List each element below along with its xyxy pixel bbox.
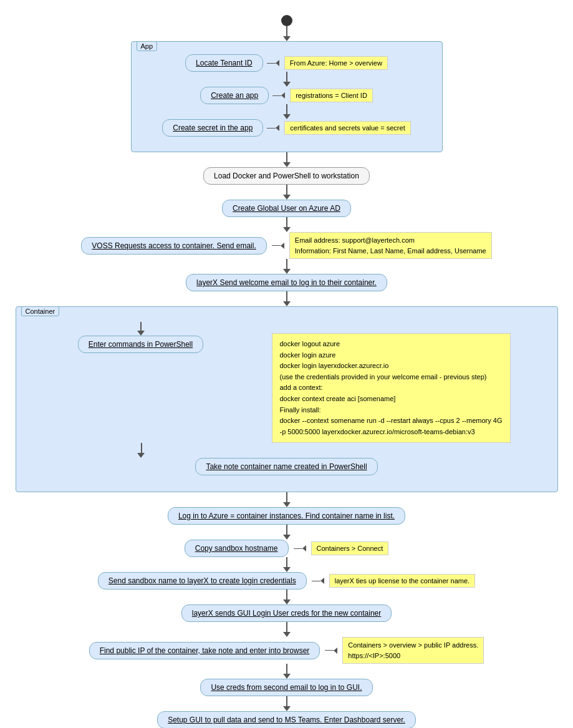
- create-secret-note: certificates and secrets value = secret: [284, 121, 410, 135]
- diagram: App Locate Tenant ID From Azure: Home > …: [0, 0, 573, 728]
- send-sandbox-note: layerX ties up license to the container …: [329, 574, 475, 588]
- copy-sandbox-node[interactable]: Copy sandbox hostname: [185, 540, 289, 557]
- load-docker-node: Load Docker and PowerShell to workstatio…: [203, 167, 370, 185]
- voss-note: Email address: support@layertech.com Inf…: [289, 232, 492, 259]
- locate-tenant-note-connector: From Azure: Home > overview: [267, 56, 388, 70]
- find-public-ip-node[interactable]: Find public IP of the container, take no…: [89, 642, 320, 659]
- layerx-welcome-node[interactable]: layerX Send welcome email to log in to t…: [186, 274, 387, 291]
- create-global-user-node[interactable]: Create Global User on Azure AD: [222, 200, 351, 217]
- container-box: Container Enter commands in PowerShell d…: [16, 306, 558, 492]
- start-circle: [281, 15, 292, 26]
- send-sandbox-note-connector: layerX ties up license to the container …: [312, 574, 475, 588]
- voss-note-connector: Email address: support@layertech.com Inf…: [272, 232, 492, 259]
- create-secret-note-connector: certificates and secrets value = secret: [267, 121, 410, 135]
- find-ip-note-connector: Containers > overview > public IP addres…: [325, 637, 484, 664]
- commands-note: docker logout azure docker login azure d…: [272, 333, 511, 443]
- log-in-azure-node[interactable]: Log in to Azure = container instances. F…: [168, 507, 405, 525]
- copy-sandbox-note-connector: Containers > Connect: [294, 541, 389, 555]
- locate-tenant-note: From Azure: Home > overview: [284, 56, 388, 70]
- create-app-node[interactable]: Create an app: [200, 87, 269, 104]
- find-ip-note: Containers > overview > public IP addres…: [342, 637, 484, 664]
- arrow-down: [283, 36, 291, 41]
- take-note-node[interactable]: Take note container name created in Powe…: [195, 458, 377, 475]
- app-container-label: App: [137, 41, 158, 51]
- layerx-sends-node[interactable]: layerX sends GUI Login User creds for th…: [181, 604, 392, 622]
- locate-tenant-node[interactable]: Locate Tenant ID: [185, 54, 263, 72]
- app-container: App Locate Tenant ID From Azure: Home > …: [131, 41, 443, 152]
- create-app-note-connector: registrations = Client ID: [272, 89, 373, 102]
- container-label: Container: [21, 306, 60, 316]
- create-secret-node[interactable]: Create secret in the app: [162, 119, 263, 137]
- setup-gui-node[interactable]: Setup GUI to pull data and send to MS Te…: [157, 711, 416, 728]
- copy-sandbox-note: Containers > Connect: [311, 541, 389, 555]
- connector: [286, 26, 287, 36]
- voss-requests-node[interactable]: VOSS Requests access to container. Send …: [81, 237, 266, 255]
- use-creds-node[interactable]: Use creds from second email to log in to…: [200, 679, 372, 696]
- enter-commands-node[interactable]: Enter commands in PowerShell: [78, 336, 203, 353]
- create-app-note: registrations = Client ID: [290, 89, 373, 102]
- send-sandbox-node[interactable]: Send sandbox name to layerX to create lo…: [98, 572, 307, 590]
